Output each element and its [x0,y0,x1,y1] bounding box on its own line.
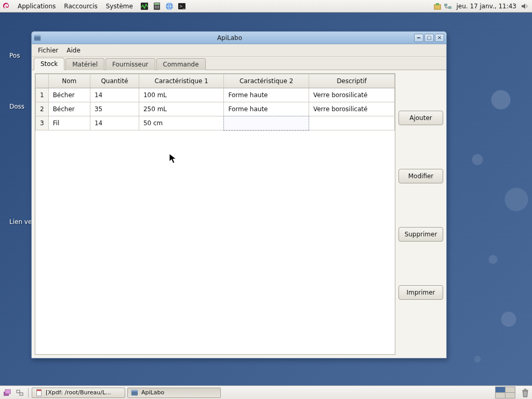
cell-descriptif[interactable]: Verre borosilicaté [309,102,394,116]
menu-aide[interactable]: Aide [62,46,85,55]
svg-rect-26 [522,390,528,391]
svg-rect-23 [37,389,42,391]
svg-point-3 [155,6,156,7]
side-buttons: Ajouter Modifier Supprimer Imprimer [398,73,443,355]
cell-num: 2 [36,102,49,116]
cell-quantite[interactable]: 14 [90,88,139,102]
workspace-1[interactable] [496,387,505,392]
volume-icon[interactable] [520,2,530,11]
cell-nom[interactable]: Fil [48,116,90,130]
launcher-icons: >_ [139,2,187,11]
col-carac2[interactable]: Caractéristique 2 [224,74,309,88]
svg-rect-19 [5,390,10,394]
window-title: ApiLabo [45,34,414,42]
workspace-switcher[interactable] [495,387,515,398]
browser-icon[interactable] [164,2,175,11]
app-icon [34,34,42,42]
window-list-icon[interactable] [15,388,25,397]
desktop-icon-label[interactable]: Pos [9,52,20,59]
raccourcis-menu[interactable]: Raccourcis [60,3,101,10]
svg-point-8 [158,7,159,8]
maximize-button[interactable]: ▢ [424,34,434,42]
applications-menu[interactable]: Applications [14,3,60,10]
workspace-2[interactable] [506,387,515,392]
svg-text:>_: >_ [179,4,185,9]
debian-logo-icon[interactable] [2,2,10,10]
svg-rect-17 [34,35,41,36]
tab-fournisseur[interactable]: Fournisseur [105,58,155,70]
svg-rect-25 [131,390,138,391]
trash-icon[interactable] [521,388,530,397]
table-row[interactable]: 3 Fil 14 50 cm [36,116,395,130]
tab-materiel[interactable]: Matériel [65,58,104,70]
show-desktop-icon[interactable] [2,388,12,397]
wallpaper-bubbles [454,0,532,399]
apilabo-window: ApiLabo ━ ▢ ✕ Fichier Aide Stock Matérie… [31,31,447,358]
update-notifier-icon[interactable] [432,2,443,11]
document-icon [35,389,43,396]
tab-commande[interactable]: Commande [156,58,206,70]
table-row[interactable]: 1 Bécher 14 100 mL Forme haute Verre bor… [36,88,395,102]
cell-nom[interactable]: Bécher [48,102,90,116]
network-icon[interactable] [443,2,453,11]
cell-carac1[interactable]: 100 mL [139,88,223,102]
cell-nom[interactable]: Bécher [48,88,90,102]
cell-descriptif[interactable] [309,116,394,130]
systeme-menu[interactable]: Système [102,3,137,10]
svg-rect-14 [444,4,447,6]
top-panel: Applications Raccourcis Système >_ jeu. … [0,0,532,12]
stock-table-wrap[interactable]: Nom Quantité Caractéristique 1 Caractéri… [35,73,395,355]
svg-point-4 [156,6,157,7]
col-num[interactable] [36,74,49,88]
calculator-icon[interactable] [152,2,162,11]
svg-point-6 [155,7,156,8]
cell-quantite[interactable]: 14 [90,116,139,130]
cell-carac1[interactable]: 250 mL [139,102,223,116]
cell-num: 3 [36,116,49,130]
workspace-3[interactable] [496,393,505,398]
cell-carac2[interactable] [224,116,309,130]
titlebar[interactable]: ApiLabo ━ ▢ ✕ [32,32,446,44]
svg-point-7 [156,7,157,8]
modifier-button[interactable]: Modifier [398,169,443,183]
taskbar-item-apilabo[interactable]: ApiLabo [127,388,221,398]
tab-strip: Stock Matériel Fournisseur Commande [32,57,446,70]
ajouter-button[interactable]: Ajouter [398,111,443,125]
tab-stock[interactable]: Stock [34,58,64,70]
svg-rect-20 [17,390,20,393]
cell-num: 1 [36,88,49,102]
system-monitor-icon[interactable] [139,2,150,11]
window-icon [131,389,138,396]
taskbar-item-label: ApiLabo [141,389,164,396]
menu-fichier[interactable]: Fichier [34,46,62,55]
terminal-icon[interactable]: >_ [177,2,187,11]
desktop-icon-label[interactable]: Lien ve [9,218,32,225]
col-nom[interactable]: Nom [48,74,90,88]
desktop-icon-label[interactable]: Doss [9,103,24,110]
minimize-button[interactable]: ━ [414,34,423,42]
workspace-4[interactable] [506,393,515,398]
svg-rect-12 [434,5,441,9]
cell-descriptif[interactable]: Verre borosilicaté [309,88,394,102]
cell-carac2[interactable]: Forme haute [224,88,309,102]
cell-carac2[interactable]: Forme haute [224,102,309,116]
col-quantite[interactable]: Quantité [90,74,139,88]
svg-rect-27 [524,389,527,390]
bottom-taskbar: [Xpdf: /root/Bureau/L... ApiLabo [0,385,532,399]
taskbar-item-label: [Xpdf: /root/Bureau/L... [46,389,111,396]
cell-carac1[interactable]: 50 cm [139,116,223,130]
close-button[interactable]: ✕ [435,34,444,42]
col-descriptif[interactable]: Descriptif [309,74,394,88]
imprimer-button[interactable]: Imprimer [398,285,443,300]
table-row[interactable]: 2 Bécher 35 250 mL Forme haute Verre bor… [36,102,395,116]
separator [28,388,29,397]
col-carac1[interactable]: Caractéristique 1 [139,74,223,88]
tab-content: Nom Quantité Caractéristique 1 Caractéri… [32,70,446,358]
taskbar-item-xpdf[interactable]: [Xpdf: /root/Bureau/L... [32,388,125,398]
svg-rect-2 [154,3,159,5]
svg-rect-13 [436,3,439,5]
menubar: Fichier Aide [32,44,446,57]
cell-quantite[interactable]: 35 [90,102,139,116]
supprimer-button[interactable]: Supprimer [398,227,443,242]
clock[interactable]: jeu. 17 janv., 11:43 [453,3,520,10]
